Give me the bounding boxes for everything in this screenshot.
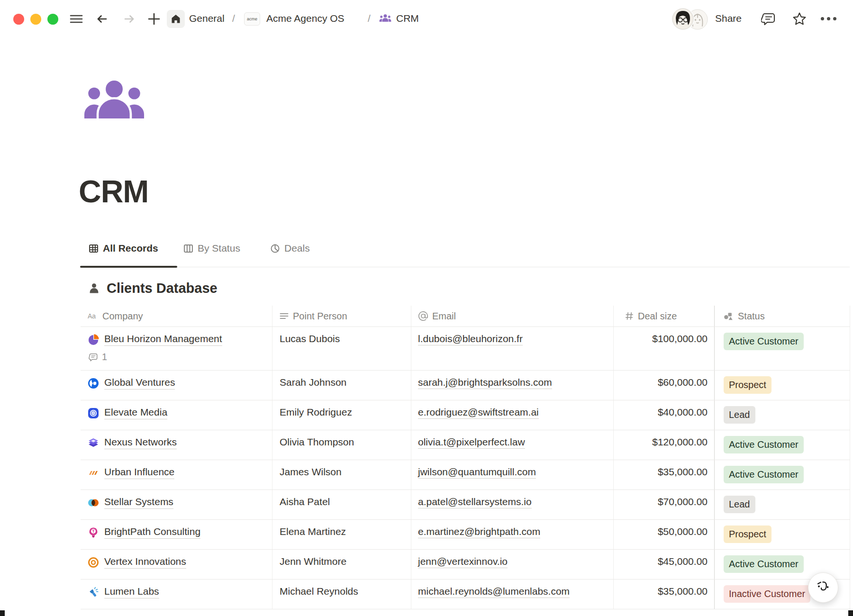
email-cell[interactable]: jenn@vertexinnov.io <box>411 550 614 579</box>
email-link[interactable]: olivia.t@pixelperfect.law <box>418 436 525 449</box>
status-badge[interactable]: Active Customer <box>724 466 804 483</box>
share-button[interactable]: Share <box>715 13 742 24</box>
status-cell[interactable]: Prospect <box>715 520 850 549</box>
point-person-cell[interactable]: Michael Reynolds <box>272 580 411 609</box>
email-cell[interactable]: jwilson@quantumquill.com <box>411 460 614 489</box>
breadcrumb-root[interactable]: General <box>189 13 225 24</box>
tab-by-status[interactable]: By Status <box>183 238 240 258</box>
email-cell[interactable]: sarah.j@brightsparksolns.com <box>411 371 614 400</box>
table-row[interactable]: Stellar SystemsAisha Patela.patel@stella… <box>81 490 850 520</box>
maximize-window-button[interactable] <box>47 14 58 25</box>
status-cell[interactable]: Prospect <box>715 371 850 400</box>
breadcrumb-workspace[interactable]: Acme Agency OS <box>266 13 345 24</box>
more-options-icon[interactable] <box>821 17 836 20</box>
point-person-cell[interactable]: Emily Rodriguez <box>272 400 411 430</box>
point-person-cell[interactable]: Sarah Johnson <box>272 371 411 400</box>
company-cell[interactable]: TBrightPath Consulting <box>81 520 272 549</box>
company-page-link[interactable]: Global Ventures <box>104 377 175 390</box>
company-page-link[interactable]: BrightPath Consulting <box>104 526 200 539</box>
back-icon[interactable] <box>95 12 109 26</box>
collaborator-avatars[interactable] <box>672 8 709 30</box>
company-page-link[interactable]: Urban Influence <box>104 466 174 479</box>
email-link[interactable]: e.rodriguez@swiftstream.ai <box>418 407 539 419</box>
status-badge[interactable]: Lead <box>724 406 755 424</box>
company-cell[interactable]: Global Ventures <box>81 371 272 400</box>
column-header-status[interactable]: Status <box>715 306 850 326</box>
status-badge[interactable]: Active Customer <box>724 555 804 573</box>
email-link[interactable]: e.martinez@brightpath.com <box>418 526 540 538</box>
point-person-cell[interactable]: Elena Martinez <box>272 520 411 549</box>
deal-size-cell[interactable]: $50,000.00 <box>614 520 715 549</box>
new-page-icon[interactable] <box>147 12 161 26</box>
page-icon-people[interactable] <box>81 78 148 121</box>
comments-icon[interactable] <box>761 11 776 27</box>
status-badge[interactable]: Active Customer <box>724 436 804 453</box>
deal-size-cell[interactable]: $60,000.00 <box>614 371 715 400</box>
company-page-link[interactable]: Bleu Horizon Management <box>104 333 222 346</box>
sidebar-menu-icon[interactable] <box>69 12 83 26</box>
table-row[interactable]: TBrightPath ConsultingElena Martineze.ma… <box>81 520 850 550</box>
minimize-window-button[interactable] <box>30 14 41 25</box>
email-cell[interactable]: e.martinez@brightpath.com <box>411 520 614 549</box>
deal-size-cell[interactable]: $35,000.00 <box>614 580 715 609</box>
status-badge[interactable]: Lead <box>724 496 755 513</box>
email-link[interactable]: jenn@vertexinnov.io <box>418 556 508 568</box>
point-person-cell[interactable]: Lucas Dubois <box>272 327 411 370</box>
email-cell[interactable]: a.patel@stellarsystems.io <box>411 490 614 519</box>
deal-size-cell[interactable]: $70,000.00 <box>614 490 715 519</box>
email-link[interactable]: michael.reynolds@lumenlabs.com <box>418 586 570 598</box>
company-page-link[interactable]: Nexus Networks <box>104 436 177 449</box>
breadcrumb-page[interactable]: CRM <box>396 13 419 24</box>
point-person-cell[interactable]: Aisha Patel <box>272 490 411 519</box>
company-page-link[interactable]: Vertex Innovations <box>104 556 186 569</box>
comment-count[interactable]: 1 <box>89 352 268 362</box>
column-header-company[interactable]: Aa Company <box>81 306 272 326</box>
close-window-button[interactable] <box>13 14 24 25</box>
favorite-star-icon[interactable] <box>791 11 808 27</box>
tab-all-records[interactable]: All Records <box>89 238 158 258</box>
point-person-cell[interactable]: James Wilson <box>272 460 411 489</box>
notion-ai-button[interactable] <box>808 572 838 603</box>
company-cell[interactable]: Vertex Innovations <box>81 550 272 579</box>
deal-size-cell[interactable]: $120,000.00 <box>614 430 715 460</box>
point-person-cell[interactable]: Jenn Whitmore <box>272 550 411 579</box>
company-page-link[interactable]: Stellar Systems <box>104 496 173 509</box>
table-row[interactable]: Vertex InnovationsJenn Whitmorejenn@vert… <box>81 550 850 580</box>
email-link[interactable]: jwilson@quantumquill.com <box>418 466 536 479</box>
deal-size-cell[interactable]: $45,000.00 <box>614 550 715 579</box>
email-cell[interactable]: l.dubois@bleuhorizon.fr <box>411 327 614 370</box>
home-button[interactable] <box>167 10 185 28</box>
company-page-link[interactable]: Elevate Media <box>104 407 167 419</box>
workspace-logo-badge[interactable]: acme <box>244 12 260 26</box>
column-header-deal-size[interactable]: Deal size <box>614 306 715 326</box>
table-row[interactable]: Bleu Horizon Management1Lucas Duboisl.du… <box>81 327 850 371</box>
status-badge[interactable]: Inactive Customer <box>724 585 810 603</box>
deal-size-cell[interactable]: $35,000.00 <box>614 460 715 489</box>
status-badge[interactable]: Prospect <box>724 525 771 543</box>
status-cell[interactable]: Lead <box>715 490 850 519</box>
email-link[interactable]: sarah.j@brightsparksolns.com <box>418 377 552 389</box>
tab-deals[interactable]: Deals <box>270 238 310 258</box>
status-badge[interactable]: Active Customer <box>724 333 804 350</box>
company-cell[interactable]: Urban Influence <box>81 460 272 489</box>
company-cell[interactable]: Elevate Media <box>81 400 272 430</box>
company-page-link[interactable]: Lumen Labs <box>104 586 159 598</box>
column-header-email[interactable]: Email <box>411 306 614 326</box>
table-row[interactable]: Global VenturesSarah Johnsonsarah.j@brig… <box>81 371 850 400</box>
email-link[interactable]: a.patel@stellarsystems.io <box>418 496 532 508</box>
status-cell[interactable]: Active Customer <box>715 460 850 489</box>
table-row[interactable]: Elevate MediaEmily Rodrigueze.rodriguez@… <box>81 400 850 430</box>
page-title[interactable]: CRM <box>79 173 148 209</box>
status-cell[interactable]: Active Customer <box>715 327 850 370</box>
company-cell[interactable]: Bleu Horizon Management1 <box>81 327 272 370</box>
table-row[interactable]: Nexus NetworksOlivia Thompsonolivia.t@pi… <box>81 430 850 460</box>
forward-icon[interactable] <box>122 12 136 26</box>
email-cell[interactable]: e.rodriguez@swiftstream.ai <box>411 400 614 430</box>
status-cell[interactable]: Lead <box>715 400 850 430</box>
table-row[interactable]: Lumen LabsMichael Reynoldsmichael.reynol… <box>81 580 850 609</box>
company-cell[interactable]: Lumen Labs <box>81 580 272 609</box>
company-cell[interactable]: Nexus Networks <box>81 430 272 460</box>
column-header-point-person[interactable]: Point Person <box>272 306 411 326</box>
deal-size-cell[interactable]: $100,000.00 <box>614 327 715 370</box>
database-title[interactable]: Clients Database <box>107 281 218 296</box>
